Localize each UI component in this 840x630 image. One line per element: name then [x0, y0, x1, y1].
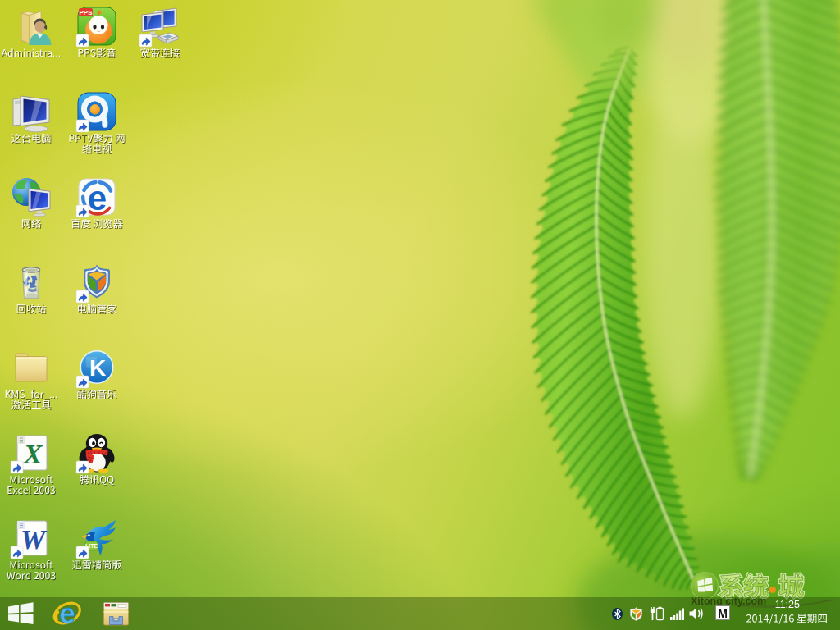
- svg-text:M: M: [718, 607, 728, 620]
- svg-text:W: W: [21, 524, 48, 555]
- svg-text:11:25: 11:25: [775, 599, 800, 610]
- svg-text:X: X: [23, 439, 43, 469]
- svg-text:PPS: PPS: [79, 9, 93, 16]
- svg-text:K: K: [89, 355, 106, 381]
- svg-text:e: e: [88, 179, 107, 217]
- svg-text:e: e: [59, 597, 75, 629]
